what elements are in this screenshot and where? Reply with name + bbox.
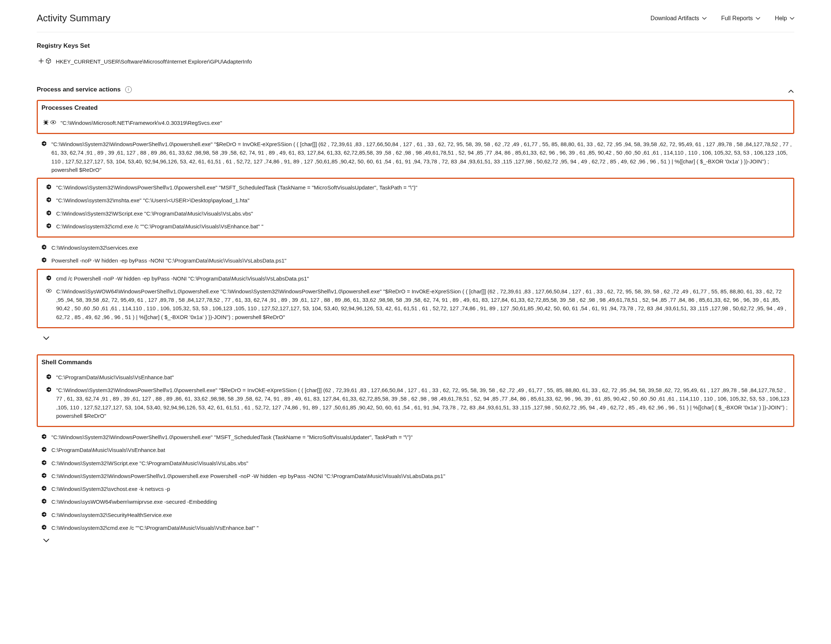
shell-row[interactable]: C:\Windows\System32\WindowsPowerShell\v1… xyxy=(37,470,794,483)
process-row[interactable]: "C:\Windows\system32\mshta.exe" "C:\User… xyxy=(41,194,790,207)
process-row[interactable]: C:\Windows\system32\cmd.exe /c ""C:\Prog… xyxy=(41,220,790,233)
shell-row[interactable]: "C:\Windows\System32\WindowsPowerShell\v… xyxy=(41,384,790,422)
shell-text: C:\ProgramData\Music\Visuals\VsEnhance.b… xyxy=(51,446,794,454)
hex-arrow-icon xyxy=(46,387,52,392)
chevron-up-icon[interactable] xyxy=(788,88,794,91)
registry-key-text: HKEY_CURRENT_USER\Software\Microsoft\Int… xyxy=(56,57,794,66)
hex-arrow-icon xyxy=(46,210,52,216)
shell-row[interactable]: C:\ProgramData\Music\Visuals\VsEnhance.b… xyxy=(37,443,794,456)
eye-icon xyxy=(46,288,52,294)
info-icon[interactable]: i xyxy=(125,86,132,93)
process-service-section-header[interactable]: Process and service actions i xyxy=(37,81,794,98)
chevron-down-icon xyxy=(702,17,707,20)
hex-arrow-icon xyxy=(41,498,47,504)
process-row[interactable]: Powershell -noP -W hidden -ep byPass -NO… xyxy=(37,254,794,267)
process-text: "C:\Windows\System32\WindowsPowerShell\v… xyxy=(56,183,790,192)
hex-arrow-icon xyxy=(46,197,52,202)
shell-text: C:\Windows\System32\WindowsPowerShell\v1… xyxy=(51,472,794,480)
hex-arrow-icon xyxy=(41,460,47,465)
hex-arrow-icon xyxy=(41,524,47,530)
hex-arrow-icon xyxy=(46,374,52,379)
shell-text: C:\Windows\System32\svchost.exe -k netsv… xyxy=(51,485,794,493)
process-text: C:\Windows\system32\services.exe xyxy=(51,244,794,252)
shell-row[interactable]: C:\Windows\system32\cmd.exe /c ""C:\Prog… xyxy=(37,521,794,534)
plus-icon xyxy=(38,58,44,64)
process-row[interactable]: "C:\Windows\System32\WindowsPowerShell\v… xyxy=(41,181,790,194)
header-actions: Download Artifacts Full Reports Help xyxy=(650,14,794,23)
processes-created-title: Processes Created xyxy=(41,103,790,116)
process-row[interactable]: C:\Windows\system32\services.exe xyxy=(37,241,794,254)
process-row[interactable]: C:\Windows\SysWOW64\WindowsPowerShell\v1… xyxy=(41,285,790,324)
shell-text: "C:\Windows\System32\WindowsPowerShell\v… xyxy=(51,433,794,442)
process-text: C:\Windows\System32\WScript.exe "C:\Prog… xyxy=(56,209,790,218)
page-title: Activity Summary xyxy=(37,11,110,26)
help-label: Help xyxy=(775,14,787,23)
process-service-title: Process and service actions xyxy=(37,85,121,94)
shell-row[interactable]: C:\Windows\sysWOW64\wbem\wmiprvse.exe -s… xyxy=(37,495,794,508)
process-row[interactable]: "C:\Windows\Microsoft.NET\Framework\v4.0… xyxy=(41,116,790,129)
eye-icon xyxy=(50,120,56,125)
expand-shell-commands[interactable] xyxy=(37,534,794,545)
cube-icon xyxy=(46,58,51,64)
hex-arrow-icon xyxy=(46,275,52,281)
shell-text: "C:\ProgramData\Music\Visuals\VsEnhance.… xyxy=(56,373,790,381)
hex-arrow-icon xyxy=(41,244,47,250)
hex-arrow-icon xyxy=(46,223,52,229)
shell-text: C:\Windows\system32\cmd.exe /c ""C:\Prog… xyxy=(51,524,794,532)
process-text: Powershell -noP -W hidden -ep byPass -NO… xyxy=(51,256,794,265)
registry-keys-title: Registry Keys Set xyxy=(37,39,794,55)
full-reports-label: Full Reports xyxy=(721,14,753,23)
shell-row[interactable]: "C:\ProgramData\Music\Visuals\VsEnhance.… xyxy=(41,371,790,384)
hex-arrow-icon xyxy=(41,485,47,491)
hex-arrow-icon xyxy=(41,434,47,440)
chevron-down-icon xyxy=(756,17,760,20)
hex-arrow-icon xyxy=(41,512,47,517)
chevron-down-icon xyxy=(43,538,49,544)
shell-row[interactable]: C:\Windows\system32\SecurityHealthServic… xyxy=(37,509,794,521)
processes-created-highlight-3: cmd /c Powershell -noP -W hidden -ep byP… xyxy=(37,269,794,328)
hex-arrow-icon xyxy=(41,140,47,147)
hex-arrow-icon xyxy=(46,184,52,190)
shell-row[interactable]: C:\Windows\System32\svchost.exe -k netsv… xyxy=(37,483,794,495)
shell-commands-title: Shell Commands xyxy=(41,358,790,371)
process-row[interactable]: "C:\Windows\System32\WindowsPowerShell\v… xyxy=(37,138,794,176)
shell-row[interactable]: "C:\Windows\System32\WindowsPowerShell\v… xyxy=(37,431,794,443)
registry-key-row[interactable]: HKEY_CURRENT_USER\Software\Microsoft\Int… xyxy=(37,55,794,68)
registry-keys-section: Registry Keys Set HKEY_CURRENT_USER\Soft… xyxy=(37,32,794,70)
help-menu[interactable]: Help xyxy=(775,14,794,23)
shell-text: C:\Windows\sysWOW64\wbem\wmiprvse.exe -s… xyxy=(51,497,794,506)
hex-arrow-icon xyxy=(41,257,47,263)
process-text: "C:\Windows\System32\WindowsPowerShell\v… xyxy=(51,140,794,174)
process-row[interactable]: C:\Windows\System32\WScript.exe "C:\Prog… xyxy=(41,207,790,220)
chevron-down-icon xyxy=(43,336,49,341)
hex-arrow-icon xyxy=(41,446,47,452)
shell-text: C:\Windows\System32\WScript.exe "C:\Prog… xyxy=(51,459,794,467)
download-artifacts-label: Download Artifacts xyxy=(650,14,699,23)
chevron-down-icon xyxy=(790,17,794,20)
shell-commands-highlight: Shell Commands "C:\ProgramData\Music\Vis… xyxy=(37,354,794,427)
process-text: C:\Windows\system32\cmd.exe /c ""C:\Prog… xyxy=(56,222,790,231)
process-text: cmd /c Powershell -noP -W hidden -ep byP… xyxy=(56,274,790,283)
processes-created-highlight-1: Processes Created "C:\Windows\Microsoft.… xyxy=(37,100,794,134)
shell-row[interactable]: C:\Windows\System32\WScript.exe "C:\Prog… xyxy=(37,457,794,470)
hex-arrow-icon xyxy=(41,473,47,478)
processes-created-highlight-2: "C:\Windows\System32\WindowsPowerShell\v… xyxy=(37,178,794,238)
download-artifacts-menu[interactable]: Download Artifacts xyxy=(650,14,707,23)
shell-text: C:\Windows\system32\SecurityHealthServic… xyxy=(51,511,794,519)
shell-text: "C:\Windows\System32\WindowsPowerShell\v… xyxy=(56,386,790,420)
process-text: "C:\Windows\system32\mshta.exe" "C:\User… xyxy=(56,196,790,204)
full-reports-menu[interactable]: Full Reports xyxy=(721,14,760,23)
expand-processes[interactable] xyxy=(37,332,794,342)
process-text: C:\Windows\SysWOW64\WindowsPowerShell\v1… xyxy=(56,287,790,321)
bug-icon xyxy=(43,120,49,125)
process-text: "C:\Windows\Microsoft.NET\Framework\v4.0… xyxy=(60,119,790,127)
page-header: Activity Summary Download Artifacts Full… xyxy=(37,7,794,32)
process-row[interactable]: cmd /c Powershell -noP -W hidden -ep byP… xyxy=(41,272,790,285)
